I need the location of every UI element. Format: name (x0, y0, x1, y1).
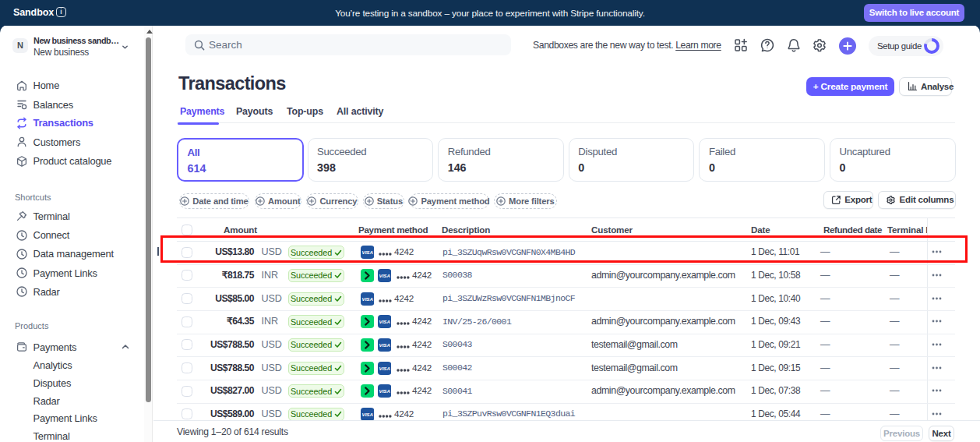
svg-text:VISA: VISA (361, 412, 373, 417)
svg-text:VISA: VISA (379, 366, 390, 371)
svg-text:VISA: VISA (379, 319, 390, 324)
svg-text:VISA: VISA (379, 273, 390, 278)
svg-text:VISA: VISA (361, 296, 373, 302)
svg-text:VISA: VISA (379, 342, 390, 348)
svg-text:VISA: VISA (379, 388, 390, 394)
